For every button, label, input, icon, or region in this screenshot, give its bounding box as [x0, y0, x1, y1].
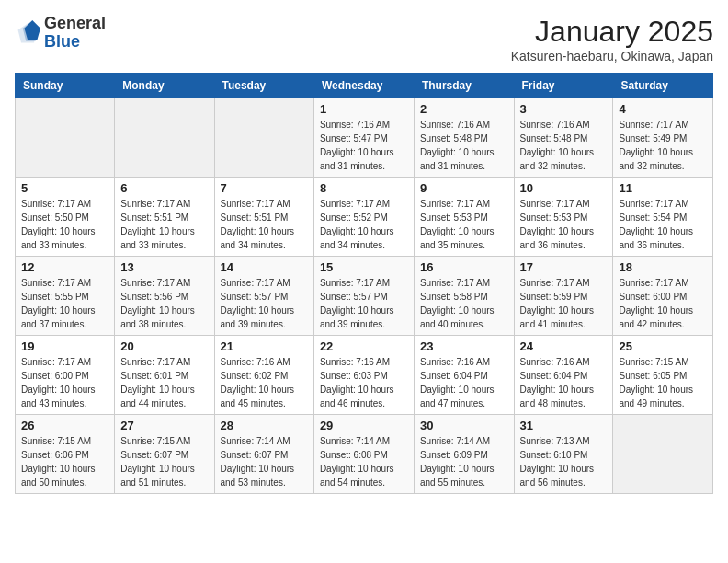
weekday-header-wednesday: Wednesday [313, 74, 414, 98]
weekday-header-tuesday: Tuesday [214, 74, 313, 98]
calendar-cell: 31Sunrise: 7:13 AMSunset: 6:10 PMDayligh… [514, 415, 613, 494]
calendar-week-4: 19Sunrise: 7:17 AMSunset: 6:00 PMDayligh… [16, 336, 713, 415]
day-info: Sunrise: 7:17 AMSunset: 5:53 PMDaylight:… [420, 197, 508, 252]
calendar-cell [613, 415, 713, 494]
calendar-cell: 13Sunrise: 7:17 AMSunset: 5:56 PMDayligh… [115, 257, 214, 336]
day-number: 22 [320, 339, 408, 353]
day-info: Sunrise: 7:17 AMSunset: 5:57 PMDaylight:… [221, 276, 308, 331]
day-number: 30 [420, 419, 508, 432]
weekday-row: SundayMondayTuesdayWednesdayThursdayFrid… [16, 74, 713, 98]
weekday-header-monday: Monday [115, 74, 214, 98]
location-subtitle: Katsuren-haebaru, Okinawa, Japan [511, 49, 713, 63]
svg-marker-2 [25, 20, 41, 40]
weekday-header-sunday: Sunday [16, 74, 115, 98]
day-number: 27 [120, 419, 208, 432]
calendar-cell: 1Sunrise: 7:16 AMSunset: 5:47 PMDaylight… [313, 98, 414, 178]
calendar-cell: 27Sunrise: 7:15 AMSunset: 6:07 PMDayligh… [115, 415, 214, 494]
calendar-cell: 16Sunrise: 7:17 AMSunset: 5:58 PMDayligh… [414, 257, 514, 336]
day-info: Sunrise: 7:15 AMSunset: 6:06 PMDaylight:… [21, 434, 108, 489]
day-info: Sunrise: 7:16 AMSunset: 6:04 PMDaylight:… [520, 355, 608, 410]
calendar-cell: 5Sunrise: 7:17 AMSunset: 5:50 PMDaylight… [16, 178, 115, 257]
calendar-table: SundayMondayTuesdayWednesdayThursdayFrid… [15, 73, 713, 494]
day-number: 19 [21, 339, 108, 353]
logo-text: General Blue [44, 15, 106, 52]
calendar-cell: 29Sunrise: 7:14 AMSunset: 6:08 PMDayligh… [313, 415, 414, 494]
calendar-week-2: 5Sunrise: 7:17 AMSunset: 5:50 PMDaylight… [16, 178, 713, 257]
calendar-week-1: 1Sunrise: 7:16 AMSunset: 5:47 PMDaylight… [16, 98, 713, 178]
title-area: January 2025 Katsuren-haebaru, Okinawa, … [511, 15, 713, 63]
day-info: Sunrise: 7:17 AMSunset: 5:52 PMDaylight:… [320, 197, 408, 252]
calendar-cell: 7Sunrise: 7:17 AMSunset: 5:51 PMDaylight… [214, 178, 313, 257]
calendar-cell: 23Sunrise: 7:16 AMSunset: 6:04 PMDayligh… [414, 336, 514, 415]
day-info: Sunrise: 7:17 AMSunset: 6:00 PMDaylight:… [21, 355, 108, 410]
calendar-cell: 10Sunrise: 7:17 AMSunset: 5:53 PMDayligh… [514, 178, 613, 257]
day-info: Sunrise: 7:16 AMSunset: 6:04 PMDaylight:… [420, 355, 508, 410]
day-info: Sunrise: 7:17 AMSunset: 5:53 PMDaylight:… [520, 197, 608, 252]
calendar-cell: 8Sunrise: 7:17 AMSunset: 5:52 PMDaylight… [313, 178, 414, 257]
calendar-cell: 4Sunrise: 7:17 AMSunset: 5:49 PMDaylight… [613, 98, 713, 178]
day-info: Sunrise: 7:14 AMSunset: 6:08 PMDaylight:… [320, 434, 408, 489]
day-number: 12 [21, 260, 108, 274]
day-info: Sunrise: 7:17 AMSunset: 5:51 PMDaylight:… [221, 197, 308, 252]
day-number: 2 [420, 102, 508, 116]
calendar-cell: 28Sunrise: 7:14 AMSunset: 6:07 PMDayligh… [214, 415, 313, 494]
calendar-cell: 14Sunrise: 7:17 AMSunset: 5:57 PMDayligh… [214, 257, 313, 336]
calendar-cell [16, 98, 115, 178]
day-number: 8 [320, 181, 408, 195]
day-number: 26 [21, 419, 108, 432]
day-number: 29 [320, 419, 408, 432]
day-number: 16 [420, 260, 508, 274]
day-number: 17 [520, 260, 608, 274]
day-info: Sunrise: 7:15 AMSunset: 6:05 PMDaylight:… [619, 355, 707, 410]
calendar-week-5: 26Sunrise: 7:15 AMSunset: 6:06 PMDayligh… [16, 415, 713, 494]
day-number: 24 [520, 339, 608, 353]
day-number: 21 [221, 339, 308, 353]
day-info: Sunrise: 7:15 AMSunset: 6:07 PMDaylight:… [120, 434, 208, 489]
calendar-cell: 3Sunrise: 7:16 AMSunset: 5:48 PMDaylight… [514, 98, 613, 178]
weekday-header-friday: Friday [514, 74, 613, 98]
logo-icon [15, 20, 40, 46]
calendar-cell: 19Sunrise: 7:17 AMSunset: 6:00 PMDayligh… [16, 336, 115, 415]
day-info: Sunrise: 7:16 AMSunset: 5:48 PMDaylight:… [520, 118, 608, 173]
day-info: Sunrise: 7:17 AMSunset: 5:56 PMDaylight:… [120, 276, 208, 331]
day-info: Sunrise: 7:14 AMSunset: 6:07 PMDaylight:… [221, 434, 308, 489]
calendar-cell: 12Sunrise: 7:17 AMSunset: 5:55 PMDayligh… [16, 257, 115, 336]
calendar-cell: 25Sunrise: 7:15 AMSunset: 6:05 PMDayligh… [613, 336, 713, 415]
weekday-header-thursday: Thursday [414, 74, 514, 98]
day-info: Sunrise: 7:17 AMSunset: 5:49 PMDaylight:… [619, 118, 707, 173]
day-number: 25 [619, 339, 707, 353]
calendar-header: SundayMondayTuesdayWednesdayThursdayFrid… [16, 74, 713, 98]
day-info: Sunrise: 7:16 AMSunset: 5:48 PMDaylight:… [420, 118, 508, 173]
day-number: 18 [619, 260, 707, 274]
calendar-cell: 15Sunrise: 7:17 AMSunset: 5:57 PMDayligh… [313, 257, 414, 336]
calendar-cell: 9Sunrise: 7:17 AMSunset: 5:53 PMDaylight… [414, 178, 514, 257]
day-info: Sunrise: 7:13 AMSunset: 6:10 PMDaylight:… [520, 434, 608, 489]
day-number: 28 [221, 419, 308, 432]
calendar-cell: 22Sunrise: 7:16 AMSunset: 6:03 PMDayligh… [313, 336, 414, 415]
logo: General Blue [15, 15, 106, 52]
day-number: 20 [120, 339, 208, 353]
day-info: Sunrise: 7:17 AMSunset: 5:58 PMDaylight:… [420, 276, 508, 331]
day-info: Sunrise: 7:17 AMSunset: 5:55 PMDaylight:… [21, 276, 108, 331]
calendar-cell: 2Sunrise: 7:16 AMSunset: 5:48 PMDaylight… [414, 98, 514, 178]
day-info: Sunrise: 7:16 AMSunset: 5:47 PMDaylight:… [320, 118, 408, 173]
day-number: 4 [619, 102, 707, 116]
calendar-week-3: 12Sunrise: 7:17 AMSunset: 5:55 PMDayligh… [16, 257, 713, 336]
day-number: 1 [320, 102, 408, 116]
day-info: Sunrise: 7:14 AMSunset: 6:09 PMDaylight:… [420, 434, 508, 489]
calendar-body: 1Sunrise: 7:16 AMSunset: 5:47 PMDaylight… [16, 98, 713, 494]
day-info: Sunrise: 7:17 AMSunset: 5:54 PMDaylight:… [619, 197, 707, 252]
day-number: 7 [221, 181, 308, 195]
calendar-cell: 24Sunrise: 7:16 AMSunset: 6:04 PMDayligh… [514, 336, 613, 415]
day-number: 3 [520, 102, 608, 116]
calendar-cell: 17Sunrise: 7:17 AMSunset: 5:59 PMDayligh… [514, 257, 613, 336]
day-info: Sunrise: 7:17 AMSunset: 5:59 PMDaylight:… [520, 276, 608, 331]
calendar-cell [115, 98, 214, 178]
day-info: Sunrise: 7:17 AMSunset: 5:57 PMDaylight:… [320, 276, 408, 331]
calendar-cell: 20Sunrise: 7:17 AMSunset: 6:01 PMDayligh… [115, 336, 214, 415]
calendar-cell [214, 98, 313, 178]
calendar-cell: 21Sunrise: 7:16 AMSunset: 6:02 PMDayligh… [214, 336, 313, 415]
day-number: 5 [21, 181, 108, 195]
calendar-cell: 26Sunrise: 7:15 AMSunset: 6:06 PMDayligh… [16, 415, 115, 494]
day-number: 9 [420, 181, 508, 195]
